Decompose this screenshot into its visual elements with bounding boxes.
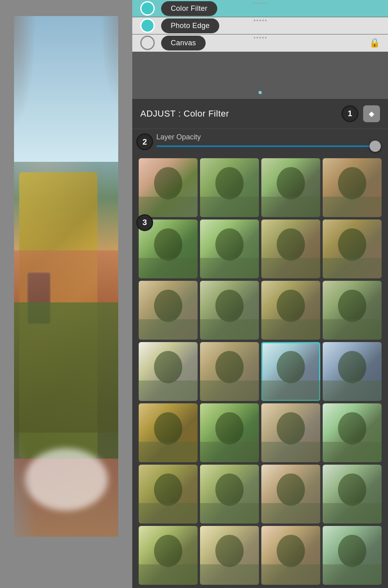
filter-thumb-25[interactable] <box>139 526 198 585</box>
opacity-label: Layer Opacity <box>156 133 380 141</box>
center-indicator-dot <box>259 91 262 94</box>
filter-thumb-8[interactable] <box>323 219 382 278</box>
photo-edge-toggle[interactable] <box>140 18 155 33</box>
filter-thumb-24[interactable] <box>323 465 382 524</box>
fx-icon: ◆ <box>369 109 374 118</box>
filter-thumb-7[interactable] <box>261 219 320 278</box>
filter-thumb-28[interactable] <box>323 526 382 585</box>
filter-thumb-4[interactable] <box>323 158 382 217</box>
step3-badge: 3 <box>136 214 153 231</box>
fx-button[interactable]: ◆ <box>363 105 380 122</box>
color-filter-button[interactable]: Color Filter <box>161 1 217 16</box>
rough-edge-overlay <box>14 16 118 537</box>
canvas-row: Canvas 🔒 <box>132 34 388 52</box>
photo-panel <box>0 0 132 588</box>
right-panel: Color Filter Photo Edge Canvas 🔒 <box>132 0 388 588</box>
drag-handle-color-filter <box>254 2 267 4</box>
photo-edge-row: Photo Edge <box>132 17 388 34</box>
drag-handle-canvas <box>254 37 267 38</box>
opacity-control: Layer Opacity <box>156 133 380 155</box>
photo-canvas <box>14 16 118 537</box>
drag-handle-photo-edge <box>254 20 267 21</box>
filter-thumb-16[interactable] <box>323 342 382 401</box>
filter-thumb-15[interactable] <box>261 342 320 401</box>
filter-thumb-2[interactable] <box>200 158 259 217</box>
canvas-button[interactable]: Canvas <box>161 36 206 50</box>
canvas-toggle[interactable] <box>140 36 155 50</box>
filter-thumb-13[interactable] <box>139 342 198 401</box>
filter-thumb-3[interactable] <box>261 158 320 217</box>
filter-section: 3 <box>132 155 388 588</box>
filter-thumb-6[interactable] <box>200 219 259 278</box>
filter-thumb-18[interactable] <box>200 403 259 462</box>
filter-thumb-11[interactable] <box>261 281 320 340</box>
filter-grid <box>132 155 388 588</box>
filter-thumb-10[interactable] <box>200 281 259 340</box>
step2-badge: 2 <box>136 133 153 150</box>
color-filter-row: Color Filter <box>132 0 388 17</box>
filter-thumb-21[interactable] <box>139 465 198 524</box>
filter-thumb-12[interactable] <box>323 281 382 340</box>
adjust-panel: ADJUST : Color Filter 1 ◆ 2 Layer Opacit… <box>132 99 388 588</box>
step1-badge: 1 <box>342 105 358 122</box>
opacity-slider[interactable] <box>156 145 380 147</box>
filter-thumb-14[interactable] <box>200 342 259 401</box>
filter-thumb-23[interactable] <box>261 465 320 524</box>
opacity-section: 2 Layer Opacity <box>132 129 388 155</box>
spacer-section <box>132 52 388 99</box>
photo-edge-button[interactable]: Photo Edge <box>161 18 219 33</box>
color-filter-toggle[interactable] <box>140 1 155 16</box>
filter-thumb-19[interactable] <box>261 403 320 462</box>
filter-thumb-22[interactable] <box>200 465 259 524</box>
filter-thumb-27[interactable] <box>261 526 320 585</box>
adjust-title: ADJUST : Color Filter <box>140 109 342 119</box>
lock-icon[interactable]: 🔒 <box>369 38 380 48</box>
filter-thumb-20[interactable] <box>323 403 382 462</box>
filter-thumb-1[interactable] <box>139 158 198 217</box>
adjust-header: ADJUST : Color Filter 1 ◆ <box>132 99 388 129</box>
filter-thumb-17[interactable] <box>139 403 198 462</box>
filter-thumb-26[interactable] <box>200 526 259 585</box>
filter-thumb-9[interactable] <box>139 281 198 340</box>
